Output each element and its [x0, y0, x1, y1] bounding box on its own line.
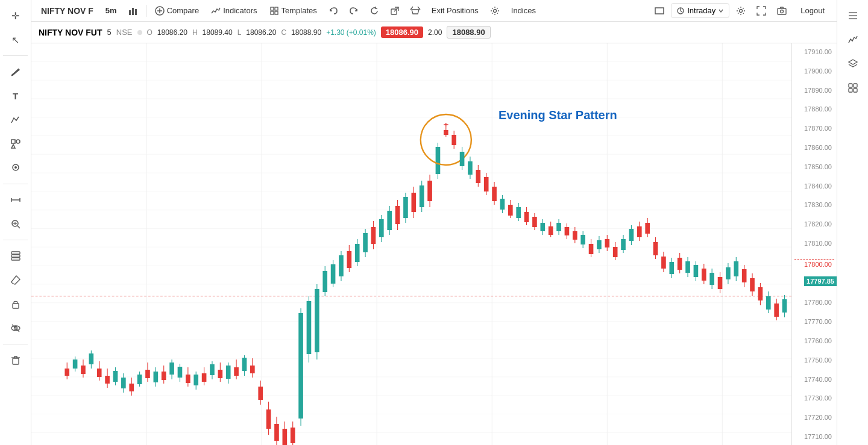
settings-gear-button[interactable]: [486, 2, 504, 20]
screenshot-button[interactable]: [773, 2, 791, 20]
svg-rect-209: [694, 265, 699, 277]
svg-rect-213: [709, 273, 714, 285]
undo-button[interactable]: [324, 2, 342, 20]
svg-rect-140: [427, 181, 432, 201]
svg-line-10: [17, 226, 20, 228]
svg-rect-179: [573, 231, 577, 240]
logout-button[interactable]: Logout: [793, 4, 832, 17]
compare-button[interactable]: Compare: [150, 4, 204, 18]
redo-button[interactable]: [345, 2, 363, 20]
svg-rect-187: [605, 239, 609, 247]
indicators-right-icon[interactable]: [842, 29, 864, 51]
compare-label: Compare: [167, 6, 199, 15]
spread-value: 2.00: [428, 28, 442, 37]
svg-rect-22: [129, 10, 131, 15]
svg-rect-201: [661, 257, 666, 269]
svg-rect-157: [484, 177, 489, 191]
trash-tool[interactable]: [5, 349, 27, 371]
layers-tool[interactable]: [5, 245, 27, 267]
svg-rect-14: [11, 255, 20, 257]
path-tool[interactable]: [5, 109, 27, 131]
annotations-tool[interactable]: [5, 157, 27, 179]
sidebar-divider-3: [3, 240, 28, 240]
templates-button[interactable]: Templates: [265, 4, 322, 18]
svg-rect-161: [500, 199, 505, 210]
low-label: L: [237, 28, 242, 37]
exit-positions-button[interactable]: Exit Positions: [427, 4, 483, 17]
symbol-exchange: NSE: [116, 28, 133, 37]
external-link-button[interactable]: [386, 2, 404, 20]
svg-rect-130: [387, 211, 392, 230]
svg-rect-20: [13, 358, 19, 364]
svg-rect-177: [565, 227, 570, 235]
svg-rect-35: [655, 8, 664, 14]
zoom-tool[interactable]: [5, 213, 27, 235]
svg-rect-171: [540, 223, 545, 231]
svg-rect-191: [621, 239, 626, 250]
refresh-button[interactable]: [365, 2, 383, 20]
watchlist-icon[interactable]: [842, 5, 864, 26]
svg-rect-151: [460, 152, 465, 166]
price-17830: 17830.00: [794, 201, 834, 208]
chart-settings-button[interactable]: [732, 2, 750, 20]
price-17750: 17750.00: [794, 356, 834, 364]
svg-rect-78: [178, 367, 183, 378]
objects-right-icon[interactable]: [842, 77, 864, 99]
svg-rect-98: [258, 387, 263, 400]
bid-price-badge: 18086.90: [381, 26, 423, 38]
crosshair-tool[interactable]: ✛: [5, 5, 27, 26]
svg-point-37: [740, 9, 743, 12]
svg-rect-225: [758, 287, 763, 300]
brush-tool[interactable]: [5, 269, 27, 291]
shapes-tool[interactable]: [5, 133, 27, 155]
svg-rect-122: [355, 244, 360, 262]
svg-rect-189: [613, 247, 618, 257]
svg-rect-205: [678, 258, 682, 270]
svg-rect-175: [556, 223, 561, 231]
interval-label: 5m: [105, 6, 117, 15]
open-label: O: [147, 28, 153, 37]
lock-tool[interactable]: [5, 293, 27, 315]
layers-right-icon[interactable]: [842, 53, 864, 75]
sidebar-divider-1: [3, 55, 28, 56]
svg-rect-84: [202, 373, 207, 382]
indicators-label: Indicators: [223, 6, 257, 15]
price-17860: 17860.00: [794, 144, 834, 151]
symbol-selector[interactable]: NIFTY NOV F: [36, 4, 98, 18]
svg-rect-86: [210, 364, 215, 375]
indicators-button[interactable]: Indicators: [206, 4, 262, 18]
svg-rect-207: [685, 261, 690, 273]
svg-rect-167: [524, 212, 529, 222]
measure-tool[interactable]: [5, 189, 27, 211]
chart-area[interactable]: Evening Star Pattern 17910.00 17900.00 1…: [31, 43, 837, 445]
basket-button[interactable]: [406, 2, 424, 20]
svg-rect-223: [750, 278, 755, 291]
svg-rect-126: [371, 227, 376, 244]
rectangle-tool[interactable]: [650, 2, 668, 20]
svg-rect-120: [347, 251, 352, 268]
text-tool[interactable]: T: [5, 85, 27, 107]
exit-positions-label: Exit Positions: [432, 6, 479, 15]
indices-button[interactable]: Indices: [506, 4, 541, 17]
svg-rect-68: [137, 375, 142, 384]
interval-selector[interactable]: 5m: [101, 4, 122, 17]
svg-rect-142: [436, 147, 441, 174]
fullscreen-button[interactable]: [752, 2, 770, 20]
price-17850: 17850.00: [794, 163, 834, 170]
draw-tool[interactable]: [5, 61, 27, 82]
eye-tool[interactable]: [5, 317, 27, 339]
intraday-selector[interactable]: Intraday: [671, 3, 729, 18]
right-sidebar: [837, 0, 868, 445]
chart-type-button[interactable]: [124, 2, 142, 20]
price-17810: 17810.00: [794, 240, 834, 247]
high-value: 18089.40: [203, 28, 233, 37]
svg-rect-217: [726, 267, 731, 279]
cursor-tool[interactable]: ↖: [5, 29, 27, 51]
svg-marker-235: [849, 60, 857, 64]
svg-rect-199: [653, 242, 658, 255]
svg-rect-148: [451, 135, 456, 145]
svg-rect-215: [718, 277, 723, 289]
svg-rect-15: [11, 258, 20, 260]
svg-rect-72: [154, 372, 159, 382]
svg-rect-24: [135, 9, 137, 15]
